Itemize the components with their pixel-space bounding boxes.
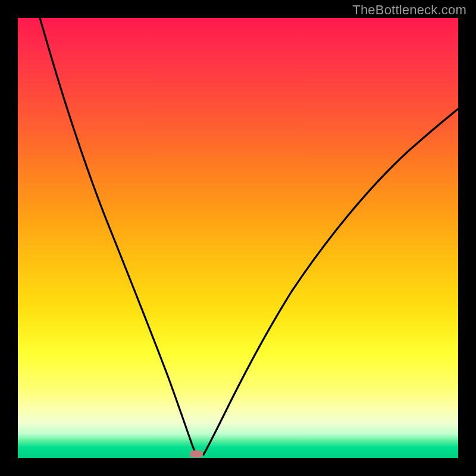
curve-right-branch bbox=[203, 109, 458, 455]
watermark-text: TheBottleneck.com bbox=[352, 2, 466, 18]
optimum-marker bbox=[190, 450, 203, 458]
plot-area bbox=[18, 18, 458, 458]
chart-frame: TheBottleneck.com bbox=[0, 0, 476, 476]
curve-left-branch bbox=[40, 18, 196, 455]
bottleneck-curve bbox=[18, 18, 458, 458]
